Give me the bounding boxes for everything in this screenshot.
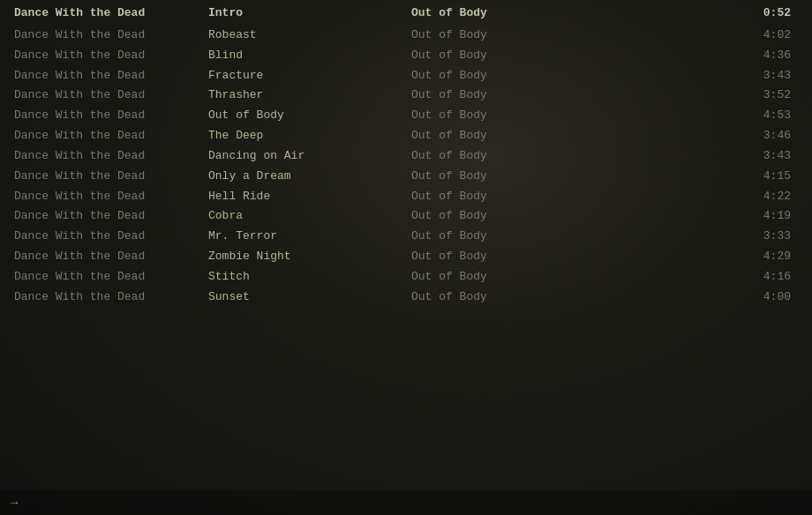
track-artist: Dance With the Dead [14,168,208,185]
track-artist: Dance With the Dead [14,68,208,85]
table-row[interactable]: Dance With the DeadOnly a DreamOut of Bo… [0,167,812,187]
track-artist: Dance With the Dead [14,289,208,306]
track-title: Out of Body [208,108,411,124]
track-album: Out of Body [411,208,605,225]
track-album: Out of Body [411,68,605,85]
track-duration: 3:33 [605,228,798,245]
track-duration: 4:29 [605,249,798,265]
track-duration: 4:36 [605,48,798,64]
track-artist: Dance With the Dead [14,27,208,44]
track-artist: Dance With the Dead [14,48,208,64]
track-artist: Dance With the Dead [14,228,208,245]
track-title: The Deep [208,128,411,145]
table-row[interactable]: Dance With the DeadBlindOut of Body4:36 [0,46,812,66]
track-title: Cobra [208,208,411,225]
table-row[interactable]: Dance With the DeadThrasherOut of Body3:… [0,86,812,106]
track-duration: 3:46 [605,128,798,145]
track-duration: 4:15 [605,168,798,185]
header-album: Out of Body [411,5,605,22]
track-title: Fracture [208,68,411,85]
table-row[interactable]: Dance With the DeadOut of BodyOut of Bod… [0,106,812,126]
header-title: Intro [208,5,411,22]
track-album: Out of Body [411,148,605,165]
track-album: Out of Body [411,189,605,205]
track-title: Robeast [208,27,411,44]
track-title: Stitch [208,269,411,286]
track-duration: 3:43 [605,68,798,85]
track-album: Out of Body [411,87,605,104]
track-duration: 4:22 [605,189,798,205]
track-artist: Dance With the Dead [14,269,208,286]
track-artist: Dance With the Dead [14,87,208,104]
track-album: Out of Body [411,168,605,185]
track-album: Out of Body [411,228,605,245]
table-row[interactable]: Dance With the DeadCobraOut of Body4:19 [0,206,812,227]
track-duration: 4:16 [605,269,798,286]
track-album: Out of Body [411,48,605,64]
track-album: Out of Body [411,269,605,286]
track-album: Out of Body [411,128,605,145]
track-album: Out of Body [411,108,605,124]
track-title: Sunset [208,289,411,306]
track-list: Dance With the Dead Intro Out of Body 0:… [0,0,812,308]
track-duration: 3:43 [605,148,798,165]
track-artist: Dance With the Dead [14,208,208,225]
table-row[interactable]: Dance With the DeadZombie NightOut of Bo… [0,247,812,267]
table-row[interactable]: Dance With the DeadDancing on AirOut of … [0,146,812,167]
track-duration: 4:19 [605,208,798,225]
track-list-header: Dance With the Dead Intro Out of Body 0:… [0,4,812,24]
track-artist: Dance With the Dead [14,108,208,124]
track-duration: 4:02 [605,27,798,44]
header-duration: 0:52 [605,5,798,22]
table-row[interactable]: Dance With the DeadMr. TerrorOut of Body… [0,227,812,247]
track-artist: Dance With the Dead [14,189,208,205]
track-title: Hell Ride [208,189,411,205]
track-artist: Dance With the Dead [14,249,208,265]
track-title: Only a Dream [208,168,411,185]
header-artist: Dance With the Dead [14,5,208,22]
table-row[interactable]: Dance With the DeadThe DeepOut of Body3:… [0,126,812,146]
track-duration: 4:53 [605,108,798,124]
table-row[interactable]: Dance With the DeadStitchOut of Body4:16 [0,267,812,287]
table-row[interactable]: Dance With the DeadFractureOut of Body3:… [0,66,812,86]
track-album: Out of Body [411,289,605,306]
track-title: Blind [208,48,411,64]
track-album: Out of Body [411,27,605,44]
table-row[interactable]: Dance With the DeadSunsetOut of Body4:00 [0,287,812,308]
track-artist: Dance With the Dead [14,128,208,145]
bottom-bar: → [0,490,812,515]
arrow-icon: → [11,496,18,510]
track-title: Thrasher [208,87,411,104]
track-album: Out of Body [411,249,605,265]
table-row[interactable]: Dance With the DeadRobeastOut of Body4:0… [0,26,812,46]
table-row[interactable]: Dance With the DeadHell RideOut of Body4… [0,187,812,207]
track-duration: 3:52 [605,87,798,104]
track-title: Mr. Terror [208,228,411,245]
track-duration: 4:00 [605,289,798,306]
track-title: Zombie Night [208,249,411,265]
track-title: Dancing on Air [208,148,411,165]
track-artist: Dance With the Dead [14,148,208,165]
